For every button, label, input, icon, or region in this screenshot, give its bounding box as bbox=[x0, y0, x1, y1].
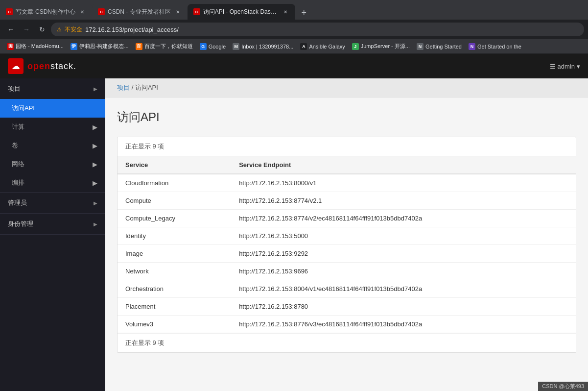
breadcrumb: 项目 / 访问API bbox=[105, 78, 588, 98]
tab-bar: C 写文章-CSDN创作中心 ✕ C CSDN - 专业开发者社区 ✕ C 访问… bbox=[0, 0, 588, 20]
sidebar-section-admin: 管理员 ▶ bbox=[0, 193, 105, 214]
chevron-right-icon: ▶ bbox=[94, 200, 97, 206]
cell-service: Compute_Legacy bbox=[118, 210, 231, 227]
bookmark-jumpserver[interactable]: J JumpServer - 开源... bbox=[349, 42, 413, 51]
bookmark-favicon: J bbox=[352, 43, 359, 50]
tab-label: 写文章-CSDN创作中心 bbox=[16, 8, 75, 16]
status-bar: CSDN @心莱493 bbox=[538, 382, 588, 391]
table-row: Cloudformationhttp://172.16.2.153:8000/v… bbox=[118, 174, 576, 192]
bookmark-label: Ansible Galaxy bbox=[309, 44, 345, 49]
bookmark-inbox[interactable]: M Inbox | 1320991378... bbox=[230, 42, 296, 51]
sidebar-section-admin-label: 管理员 bbox=[8, 198, 27, 207]
breadcrumb-current: 访问API bbox=[135, 84, 158, 91]
os-body: 项目 ▶ 访问API 计算 ▶ 卷 ▶ 网络 ▶ bbox=[0, 78, 588, 391]
new-tab-button[interactable]: + bbox=[297, 6, 311, 20]
sidebar-item-network[interactable]: 网络 ▶ bbox=[0, 155, 105, 173]
table-row: Volumev3http://172.16.2.153:8776/v3/ec48… bbox=[118, 316, 576, 333]
bookmark-label: Inbox | 1320991378... bbox=[241, 44, 293, 49]
sidebar-item-orchestration[interactable]: 编排 ▶ bbox=[0, 173, 105, 192]
address-text: 172.16.2.153/project/api_access/ bbox=[85, 26, 179, 33]
tab-favicon: C bbox=[193, 8, 200, 15]
breadcrumb-root[interactable]: 项目 bbox=[117, 84, 130, 91]
sidebar-item-volumes-label: 卷 bbox=[12, 141, 18, 150]
browser-tab-csdn-writing[interactable]: C 写文章-CSDN创作中心 ✕ bbox=[0, 4, 92, 20]
page-title: 访问API bbox=[117, 109, 576, 125]
tab-close-icon[interactable]: ✕ bbox=[174, 8, 182, 16]
bookmark-get-started-on[interactable]: N Get Started on the bbox=[466, 42, 524, 51]
sidebar-section-admin-header[interactable]: 管理员 ▶ bbox=[0, 193, 105, 213]
sidebar-item-api-access-label: 访问API bbox=[12, 104, 35, 113]
browser-tab-csdn-community[interactable]: C CSDN - 专业开发者社区 ✕ bbox=[92, 4, 188, 20]
sidebar-item-network-label: 网络 bbox=[12, 160, 24, 169]
cell-endpoint: http://172.16.2.153:8004/v1/ec48168114f6… bbox=[231, 280, 576, 298]
security-warning-icon: ⚠ bbox=[57, 26, 62, 33]
bookmark-yuanlu[interactable]: 圆 园络 - MadoHomu... bbox=[4, 42, 67, 51]
chevron-right-icon: ▶ bbox=[93, 123, 97, 131]
bookmark-label: Get Started on the bbox=[477, 44, 521, 49]
cell-service: Cloudformation bbox=[118, 174, 231, 192]
os-header-right: ☰ admin ▾ bbox=[550, 63, 580, 70]
content-area: 访问API 正在显示 9 项 Service Service Endpoint … bbox=[105, 98, 588, 365]
bookmarks-bar: 圆 园络 - MadoHomu... 伊 伊莉思-构建多模态... 百 百度一下… bbox=[0, 39, 588, 54]
api-table-container: 正在显示 9 项 Service Service Endpoint Cloudf… bbox=[117, 137, 576, 353]
cell-endpoint: http://172.16.2.153:8774/v2/ec48168114f6… bbox=[231, 210, 576, 227]
os-logo-text: openstack. bbox=[27, 61, 76, 72]
user-menu-label: admin bbox=[558, 63, 575, 70]
cell-endpoint: http://172.16.2.153:5000 bbox=[231, 227, 576, 245]
table-row: Computehttp://172.16.2.153:8774/v2.1 bbox=[118, 192, 576, 210]
sidebar-item-volumes[interactable]: 卷 ▶ bbox=[0, 136, 105, 155]
tab-close-icon[interactable]: ✕ bbox=[78, 8, 86, 16]
bookmark-ansible[interactable]: A Ansible Galaxy bbox=[297, 42, 348, 51]
cell-service: Compute bbox=[118, 192, 231, 210]
bookmark-label: 园络 - MadoHomu... bbox=[16, 43, 64, 50]
bookmark-favicon: 圆 bbox=[7, 43, 14, 50]
address-bar[interactable]: ⚠ 不安全 172.16.2.153/project/api_access/ bbox=[51, 23, 584, 36]
reload-button[interactable]: ↻ bbox=[35, 23, 49, 36]
openstack-app: ☁ openstack. ☰ admin ▾ 项目 ▶ 访问API bbox=[0, 54, 588, 391]
bookmark-favicon: N bbox=[469, 43, 475, 50]
bookmark-favicon: 百 bbox=[136, 43, 142, 50]
sidebar-item-compute[interactable]: 计算 ▶ bbox=[0, 118, 105, 136]
bookmark-google[interactable]: G Google bbox=[197, 42, 229, 51]
tab-close-icon[interactable]: ✕ bbox=[282, 8, 289, 16]
bookmark-favicon: G bbox=[200, 43, 207, 50]
os-header: ☁ openstack. ☰ admin ▾ bbox=[0, 54, 588, 78]
bookmark-favicon: 伊 bbox=[71, 43, 77, 50]
chevron-right-icon: ▶ bbox=[93, 161, 97, 168]
bookmark-baidu[interactable]: 百 百度一下，你就知道 bbox=[133, 42, 196, 51]
bookmark-label: JumpServer - 开源... bbox=[361, 43, 410, 50]
user-menu-icon: ☰ bbox=[550, 63, 556, 70]
cell-service: Placement bbox=[118, 298, 231, 316]
browser-tab-openstack[interactable]: C 访问API - OpenStack Dashboard ✕ bbox=[188, 4, 295, 20]
cell-endpoint: http://172.16.2.153:9292 bbox=[231, 245, 576, 263]
sidebar-section-identity-label: 身份管理 bbox=[8, 220, 33, 228]
bookmark-label: Google bbox=[209, 44, 226, 49]
sidebar-item-api-access[interactable]: 访问API bbox=[0, 99, 105, 118]
bookmark-yili[interactable]: 伊 伊莉思-构建多模态... bbox=[68, 42, 132, 51]
table-row: Identityhttp://172.16.2.153:5000 bbox=[118, 227, 576, 245]
browser-chrome: C 写文章-CSDN创作中心 ✕ C CSDN - 专业开发者社区 ✕ C 访问… bbox=[0, 0, 588, 54]
cell-service: Identity bbox=[118, 227, 231, 245]
table-info-bottom: 正在显示 9 项 bbox=[118, 333, 576, 352]
sidebar-section-project-header[interactable]: 项目 ▶ bbox=[0, 78, 105, 99]
table-row: Orchestrationhttp://172.16.2.153:8004/v1… bbox=[118, 280, 576, 298]
bookmark-favicon: M bbox=[233, 43, 239, 50]
nav-bar: ← → ↻ ⚠ 不安全 172.16.2.153/project/api_acc… bbox=[0, 20, 588, 39]
sidebar-section-project: 项目 ▶ 访问API 计算 ▶ 卷 ▶ 网络 ▶ bbox=[0, 78, 105, 193]
sidebar-section-project-label: 项目 bbox=[8, 84, 21, 93]
sidebar-section-identity: 身份管理 ▶ bbox=[0, 214, 105, 235]
forward-button[interactable]: → bbox=[20, 23, 33, 36]
user-menu[interactable]: ☰ admin ▾ bbox=[550, 63, 580, 70]
main-content: 项目 / 访问API 访问API 正在显示 9 项 Service Servic… bbox=[105, 78, 588, 391]
bookmark-label: 伊莉思-构建多模态... bbox=[79, 43, 129, 50]
chevron-icon: ▶ bbox=[94, 86, 97, 92]
table-header-row: Service Service Endpoint bbox=[118, 156, 576, 174]
os-logo-icon: ☁ bbox=[8, 58, 24, 74]
sidebar-section-identity-header[interactable]: 身份管理 ▶ bbox=[0, 214, 105, 234]
cell-service: Image bbox=[118, 245, 231, 263]
sidebar-item-compute-label: 计算 bbox=[12, 122, 24, 131]
bookmark-getting-started[interactable]: N Getting Started bbox=[414, 42, 465, 51]
back-button[interactable]: ← bbox=[4, 23, 18, 36]
bookmark-label: 百度一下，你就知道 bbox=[144, 43, 193, 50]
sidebar: 项目 ▶ 访问API 计算 ▶ 卷 ▶ 网络 ▶ bbox=[0, 78, 105, 391]
